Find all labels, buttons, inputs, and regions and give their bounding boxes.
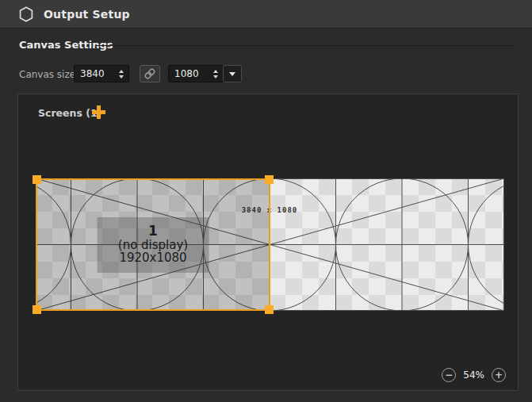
screen-region-selection[interactable]: 1 (no display) 1920x1080 [36,178,270,311]
stepper-down-icon[interactable] [213,75,218,78]
link-icon [144,67,156,80]
stepper-up-icon[interactable] [213,70,218,73]
canvas-size-label: Canvas size [19,69,75,80]
output-setup-window: Output Setup Canvas Settings Canvas size [0,0,532,402]
stepper-down-icon[interactable] [119,75,124,78]
canvas-width-spinbox [74,65,129,82]
hexagon-icon [19,6,33,22]
resize-handle-bottom-right[interactable] [265,305,274,314]
chevron-down-icon [229,72,235,76]
screens-panel: Screens (1) [17,94,519,391]
resize-handle-top-right[interactable] [265,175,274,184]
zoom-out-button[interactable]: − [442,368,456,382]
link-dimensions-button[interactable] [140,65,160,82]
screen-info-label: 1 (no display) 1920x1080 [98,217,209,273]
zoom-controls: − 54% + [442,368,506,382]
zoom-in-button[interactable]: + [492,368,506,382]
canvas-size-preset-dropdown[interactable] [223,65,242,82]
window-header: Output Setup [0,0,532,29]
canvas-height-stepper [213,70,223,78]
screen-number: 1 [148,224,158,239]
add-screen-button[interactable] [92,105,105,119]
stepper-up-icon[interactable] [119,70,124,73]
canvas-width-stepper [119,70,128,78]
page-title: Output Setup [44,8,130,21]
canvas-height-input[interactable] [169,68,213,79]
canvas-height-spinbox [168,65,224,82]
resize-handle-bottom-left[interactable] [33,305,41,314]
canvas-preview-workspace[interactable]: 3840 x 1080 1 (no display) 1920x1080 [36,178,504,311]
screen-resolution: 1920x1080 [119,251,186,265]
screen-status: (no display) [118,239,188,252]
canvas-width-input[interactable] [75,68,119,79]
section-divider [97,45,516,46]
minus-circle-icon: − [445,370,453,380]
zoom-level: 54% [463,369,484,381]
plus-circle-icon: + [495,370,503,380]
resize-handle-top-left[interactable] [33,175,41,184]
